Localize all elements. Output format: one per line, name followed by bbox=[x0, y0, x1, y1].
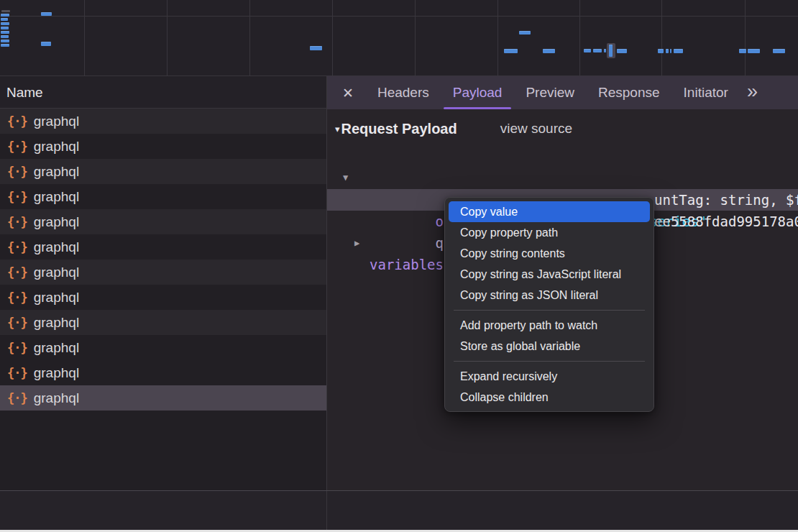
network-request-row[interactable]: {·} graphql bbox=[0, 134, 326, 159]
name-column-header[interactable]: Name bbox=[0, 76, 326, 109]
waterfall-request-bar bbox=[504, 49, 518, 53]
waterfall-request-bar bbox=[593, 49, 602, 52]
json-request-icon: {·} bbox=[7, 290, 27, 305]
waterfall-request-bar bbox=[617, 49, 627, 53]
property-key: variables bbox=[370, 254, 444, 275]
waterfall-request-bar bbox=[41, 42, 51, 46]
close-detail-panel-button[interactable]: ✕ bbox=[342, 85, 354, 101]
menu-item-copy-property-path[interactable]: Copy property path bbox=[449, 222, 650, 243]
json-request-icon: {·} bbox=[7, 190, 27, 204]
request-payload-section-header[interactable]: ▾ Request Payload view source bbox=[327, 118, 798, 139]
tab-initiator[interactable]: Initiator bbox=[684, 76, 728, 109]
json-request-icon: {·} bbox=[7, 366, 27, 380]
request-name: graphql bbox=[34, 290, 79, 306]
waterfall-request-bar bbox=[674, 49, 683, 53]
overview-gridline bbox=[84, 0, 85, 76]
waterfall-request-bar bbox=[1, 22, 9, 25]
network-request-row[interactable]: {·} graphql bbox=[0, 184, 326, 209]
name-column-label: Name bbox=[6, 85, 43, 100]
tab-payload[interactable]: Payload bbox=[453, 76, 503, 109]
view-source-link[interactable]: view source bbox=[500, 121, 572, 137]
menu-separator bbox=[454, 361, 645, 362]
waterfall-request-bar bbox=[773, 49, 785, 53]
property-value-fragment-right: ee5588fdad995178a0 bbox=[654, 211, 798, 232]
menu-separator bbox=[454, 310, 645, 311]
request-name: graphql bbox=[34, 265, 79, 280]
request-name: graphql bbox=[34, 365, 79, 381]
waterfall-request-bar bbox=[670, 49, 671, 53]
waterfall-request-bar bbox=[310, 46, 322, 50]
json-request-icon: {·} bbox=[7, 165, 27, 179]
overview-gridline bbox=[167, 0, 168, 76]
overview-gridline bbox=[579, 0, 580, 76]
devtools-network-panel: Name {·} graphql {·} graphql {·} graphql… bbox=[0, 0, 798, 532]
overview-gridline bbox=[415, 0, 416, 76]
network-request-row[interactable]: {·} graphql bbox=[0, 109, 326, 134]
menu-item-copy-string-contents[interactable]: Copy string contents bbox=[449, 243, 650, 264]
property-value-fragment-right: untTag: string, $f bbox=[654, 189, 798, 211]
waterfall-request-bar bbox=[543, 49, 555, 53]
menu-item-copy-string-json-literal[interactable]: Copy string as JSON literal bbox=[449, 285, 650, 306]
request-name: graphql bbox=[34, 340, 79, 356]
menu-item-expand-recursively[interactable]: Expand recursively bbox=[449, 366, 650, 387]
waterfall-request-bar bbox=[1, 10, 10, 12]
menu-item-copy-value[interactable]: Copy value bbox=[449, 201, 650, 222]
network-request-row[interactable]: {·} graphql bbox=[0, 234, 326, 260]
overview-gridline bbox=[745, 0, 746, 76]
network-request-row[interactable]: {·} graphql bbox=[0, 209, 326, 234]
waterfall-selected-request-bar bbox=[609, 45, 613, 57]
waterfall-request-bar bbox=[1, 44, 9, 47]
menu-item-store-as-global-variable[interactable]: Store as global variable bbox=[449, 336, 650, 357]
network-request-row[interactable]: {·} graphql bbox=[0, 285, 326, 310]
json-request-icon: {·} bbox=[7, 391, 27, 405]
footer-divider bbox=[326, 491, 327, 530]
network-request-row[interactable]: {·} graphql bbox=[0, 335, 326, 360]
waterfall-request-bar bbox=[584, 49, 591, 52]
section-title: Request Payload bbox=[341, 121, 457, 137]
request-name: graphql bbox=[34, 315, 79, 331]
network-overview-waterfall[interactable] bbox=[0, 0, 798, 76]
waterfall-request-bar bbox=[519, 31, 531, 35]
context-menu: Copy value Copy property path Copy strin… bbox=[444, 197, 654, 412]
network-request-row[interactable]: {·} graphql bbox=[0, 260, 326, 285]
network-request-row[interactable]: {·} graphql bbox=[0, 159, 326, 184]
waterfall-request-bar bbox=[666, 49, 669, 53]
tab-preview[interactable]: Preview bbox=[526, 76, 574, 109]
waterfall-request-bar bbox=[1, 14, 9, 17]
request-name: graphql bbox=[34, 390, 79, 406]
waterfall-request-bar bbox=[739, 49, 746, 53]
json-tree-operation-row[interactable]: operationName: "ipFlowTimeseries" bbox=[327, 168, 798, 189]
menu-item-add-property-path-to-watch[interactable]: Add property path to watch bbox=[449, 315, 650, 336]
menu-item-collapse-children[interactable]: Collapse children bbox=[449, 387, 650, 408]
section-collapse-triangle-icon[interactable]: ▾ bbox=[335, 124, 340, 134]
json-request-icon: {·} bbox=[7, 265, 27, 280]
overview-gridline bbox=[497, 0, 498, 76]
request-list-panel: Name {·} graphql {·} graphql {·} graphql… bbox=[0, 76, 326, 490]
request-name: graphql bbox=[34, 214, 79, 230]
waterfall-request-bar bbox=[658, 49, 664, 53]
request-name: graphql bbox=[34, 164, 79, 180]
overview-horizontal-gridline bbox=[0, 16, 798, 17]
json-request-icon: {·} bbox=[7, 215, 27, 229]
waterfall-request-bar bbox=[1, 35, 9, 38]
overview-gridline bbox=[332, 0, 333, 76]
json-request-icon: {·} bbox=[7, 139, 27, 154]
waterfall-request-bar bbox=[1, 27, 9, 29]
network-request-row-selected[interactable]: {·} graphql bbox=[0, 385, 326, 411]
waterfall-request-bar bbox=[41, 12, 52, 16]
tab-response[interactable]: Response bbox=[598, 76, 660, 109]
network-request-row[interactable]: {·} graphql bbox=[0, 310, 326, 335]
request-name: graphql bbox=[34, 189, 79, 205]
waterfall-request-bar bbox=[1, 31, 9, 34]
overview-gridline bbox=[661, 0, 662, 76]
waterfall-request-bar bbox=[748, 49, 760, 53]
overview-gridline bbox=[249, 0, 250, 76]
collapsed-triangle-icon[interactable]: ▶ bbox=[354, 232, 359, 254]
more-tabs-chevron-icon[interactable]: » bbox=[747, 82, 756, 104]
tab-headers[interactable]: Headers bbox=[377, 76, 429, 109]
network-request-row[interactable]: {·} graphql bbox=[0, 360, 326, 385]
status-footer bbox=[0, 490, 798, 529]
request-name: graphql bbox=[34, 239, 79, 255]
menu-item-copy-string-js-literal[interactable]: Copy string as JavaScript literal bbox=[449, 264, 650, 285]
json-tree-root-row[interactable]: ▼ {operationName: "ipFlowTimeseries", va… bbox=[327, 145, 798, 167]
